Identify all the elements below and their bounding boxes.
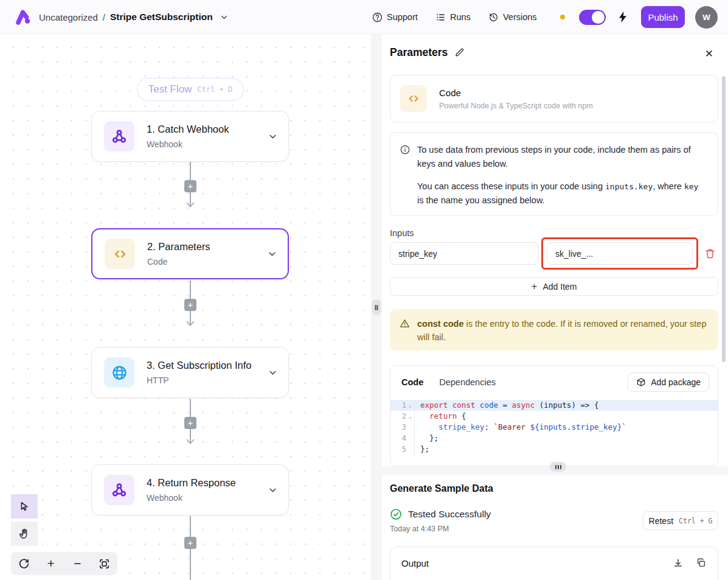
panel-resize-divider[interactable] bbox=[371, 34, 382, 580]
retest-button[interactable]: Retest Ctrl + G bbox=[643, 511, 718, 530]
canvas-zoom-toolbar: + − bbox=[11, 552, 117, 575]
copy-output-button[interactable] bbox=[696, 557, 707, 568]
pan-tool-button[interactable] bbox=[11, 522, 38, 546]
node-title: 1. Catch Webhook bbox=[147, 124, 256, 135]
tab-code[interactable]: Code bbox=[401, 377, 423, 387]
test-flow-shortcut: Ctrl + D bbox=[198, 85, 233, 94]
step-type-card[interactable]: Code Powerful Node.js & TypeScript code … bbox=[390, 75, 718, 122]
flow-menu-chevron-down-icon[interactable] bbox=[220, 13, 228, 21]
node-return-response[interactable]: 4. Return Response Webhook bbox=[91, 464, 289, 515]
runs-label: Runs bbox=[450, 12, 471, 22]
download-icon bbox=[673, 557, 684, 568]
copy-icon bbox=[696, 557, 707, 568]
plus-icon: + bbox=[532, 281, 538, 293]
code-line[interactable]: 3 stripe_key: `Bearer ${inputs.stripe_ke… bbox=[390, 422, 718, 433]
divider-drag-handle-icon[interactable] bbox=[372, 299, 381, 315]
breadcrumb-separator: / bbox=[103, 12, 105, 23]
close-panel-button[interactable]: ✕ bbox=[705, 47, 713, 60]
code-editor[interactable]: 1⌄export const code = async (inputs) => … bbox=[390, 400, 718, 455]
breadcrumb: Uncategorized / Stripe GetSubscription bbox=[39, 0, 228, 34]
code-text: stripe_key: `Bearer ${inputs.stripe_key}… bbox=[414, 422, 626, 433]
publish-button[interactable]: Publish bbox=[641, 6, 685, 28]
connector: + bbox=[184, 516, 196, 580]
lightning-bolt-icon[interactable] bbox=[616, 10, 629, 24]
line-number: 1 bbox=[390, 400, 406, 411]
globe-icon bbox=[104, 357, 134, 388]
breadcrumb-flow-title[interactable]: Stripe GetSubscription bbox=[110, 12, 213, 23]
package-icon bbox=[636, 377, 646, 387]
node-chevron-down-icon[interactable] bbox=[268, 368, 277, 377]
node-parameters[interactable]: 2. Parameters Code bbox=[91, 228, 289, 279]
line-number: 4 bbox=[390, 433, 406, 444]
node-text: 2. Parameters Code bbox=[147, 241, 255, 267]
output-header: Output bbox=[390, 547, 718, 568]
node-get-subscription-info[interactable]: 3. Get Subscription Info HTTP bbox=[91, 347, 289, 398]
line-number: 3 bbox=[390, 422, 406, 433]
refresh-icon bbox=[18, 558, 30, 570]
versions-button[interactable]: Versions bbox=[488, 0, 537, 34]
support-button[interactable]: Support bbox=[372, 0, 418, 34]
app-window: Uncategorized / Stripe GetSubscription S… bbox=[0, 0, 728, 580]
connector: + bbox=[184, 399, 196, 447]
code-line[interactable]: 4 }; bbox=[390, 433, 718, 444]
hand-icon bbox=[18, 528, 30, 540]
zoom-in-button[interactable]: + bbox=[42, 554, 60, 573]
node-chevron-down-icon[interactable] bbox=[268, 486, 277, 495]
code-line[interactable]: 5}; bbox=[390, 444, 718, 455]
add-node-button[interactable]: + bbox=[184, 417, 196, 429]
panel-title: Parameters bbox=[390, 46, 448, 59]
section-drag-handle-icon[interactable] bbox=[550, 462, 566, 472]
test-flow-button[interactable]: Test Flow Ctrl + D bbox=[137, 78, 244, 101]
fold-spacer bbox=[406, 422, 414, 433]
input-key-field[interactable] bbox=[390, 242, 539, 265]
code-text: return { bbox=[414, 411, 466, 422]
node-text: 4. Return Response Webhook bbox=[147, 477, 256, 503]
breadcrumb-category[interactable]: Uncategorized bbox=[39, 12, 98, 23]
retest-label: Retest bbox=[649, 516, 673, 526]
inputs-label: Inputs bbox=[390, 228, 414, 238]
warning-text: const code is the entry to the code. If … bbox=[417, 317, 707, 351]
delete-input-button[interactable] bbox=[701, 244, 719, 262]
flow-canvas[interactable]: Test Flow Ctrl + D 1. Catch Webhook Webh… bbox=[0, 34, 372, 580]
versions-label: Versions bbox=[503, 12, 537, 22]
refresh-button[interactable] bbox=[15, 554, 33, 573]
add-node-button[interactable]: + bbox=[184, 299, 196, 311]
flow-enabled-toggle[interactable] bbox=[579, 10, 606, 25]
code-editor-card: Code Dependencies Add package 1⌄export c… bbox=[390, 365, 718, 466]
add-node-button[interactable]: + bbox=[184, 180, 196, 192]
add-package-label: Add package bbox=[651, 377, 701, 387]
download-output-button[interactable] bbox=[673, 557, 684, 568]
input-value-field[interactable] bbox=[547, 242, 693, 265]
toggle-knob bbox=[592, 11, 605, 24]
retest-shortcut: Ctrl + G bbox=[679, 517, 712, 525]
code-line[interactable]: 2⌄ return { bbox=[390, 411, 718, 422]
app-logo-icon[interactable] bbox=[15, 8, 33, 26]
step-text: Code Powerful Node.js & TypeScript code … bbox=[439, 88, 593, 110]
panel-scrollbar[interactable] bbox=[722, 76, 726, 362]
fold-chevron-icon[interactable]: ⌄ bbox=[406, 411, 414, 422]
zoom-out-button[interactable]: − bbox=[68, 554, 86, 573]
user-avatar[interactable]: W bbox=[695, 6, 718, 29]
code-line[interactable]: 1⌄export const code = async (inputs) => … bbox=[390, 400, 718, 411]
tab-dependencies[interactable]: Dependencies bbox=[439, 377, 496, 387]
select-tool-button[interactable] bbox=[11, 494, 38, 519]
node-chevron-down-icon[interactable] bbox=[268, 250, 277, 259]
node-title: 2. Parameters bbox=[147, 241, 255, 253]
info-paragraph: You can access these inputs in your code… bbox=[417, 180, 705, 208]
node-chevron-down-icon[interactable] bbox=[268, 132, 277, 141]
cursor-icon bbox=[18, 500, 30, 512]
edit-pencil-icon[interactable] bbox=[454, 47, 465, 58]
runs-button[interactable]: Runs bbox=[435, 0, 471, 34]
fold-chevron-icon[interactable]: ⌄ bbox=[406, 400, 414, 411]
add-package-button[interactable]: Add package bbox=[628, 372, 709, 392]
test-status-label: Tested Successfully bbox=[408, 509, 491, 520]
node-catch-webhook[interactable]: 1. Catch Webhook Webhook bbox=[91, 111, 289, 162]
webhook-icon bbox=[104, 121, 134, 152]
fit-view-button[interactable] bbox=[95, 554, 113, 573]
test-flow-label: Test Flow bbox=[148, 83, 192, 96]
code-icon bbox=[105, 239, 135, 269]
webhook-icon bbox=[104, 475, 134, 505]
add-node-button[interactable]: + bbox=[184, 537, 196, 549]
add-item-button[interactable]: + Add Item bbox=[390, 277, 718, 296]
test-status-row: Tested Successfully bbox=[390, 508, 491, 520]
